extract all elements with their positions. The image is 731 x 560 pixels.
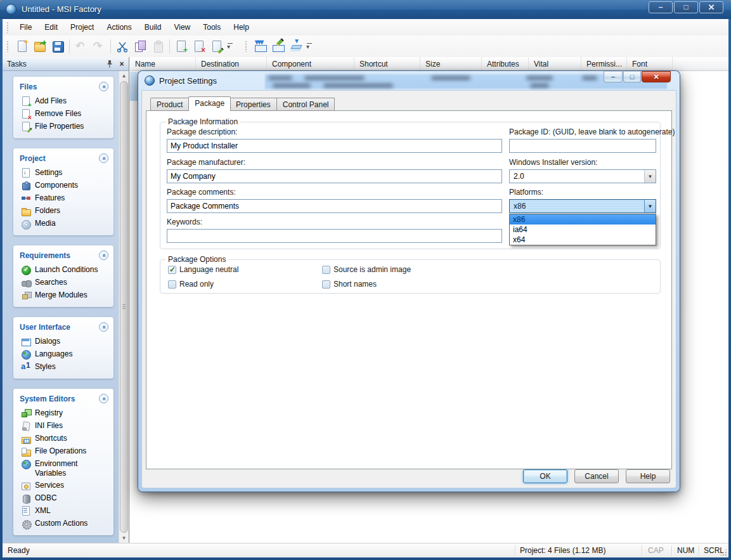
column-name[interactable]: Name	[130, 57, 196, 70]
package-comments-input[interactable]	[167, 199, 502, 213]
remove-file-button[interactable]: ×	[190, 37, 208, 55]
dialog-maximize-button[interactable]: □	[623, 71, 641, 82]
package-description-input[interactable]	[167, 139, 502, 153]
toolbar-overflow-button[interactable]	[227, 41, 235, 55]
task-shortcuts[interactable]: Shortcuts	[20, 433, 108, 445]
source-admin-image-checkbox[interactable]	[322, 266, 330, 274]
scrollbar-thumb[interactable]	[120, 81, 128, 533]
maximize-button[interactable]: □	[674, 1, 698, 13]
task-add-files[interactable]: +Add Files	[20, 95, 108, 108]
undo-button[interactable]	[72, 37, 90, 55]
task-features[interactable]: Features	[20, 192, 108, 205]
task-environment-variables[interactable]: Environment Variables	[20, 458, 108, 479]
column-attributes[interactable]: Attributes	[482, 57, 529, 70]
tab-control-panel[interactable]: Control Panel	[277, 98, 335, 111]
scroll-down-icon[interactable]: ▼	[119, 533, 129, 543]
task-languages[interactable]: Languages	[20, 348, 108, 361]
column-component[interactable]: Component	[267, 57, 354, 70]
dialog-close-button[interactable]: ✕	[642, 71, 671, 82]
platforms-option-x64[interactable]: x64	[510, 235, 656, 245]
ok-button[interactable]: OK	[523, 469, 567, 483]
menu-build[interactable]: Build	[138, 20, 168, 34]
minimize-button[interactable]: –	[649, 1, 673, 13]
column-shortcut[interactable]: Shortcut	[354, 57, 420, 70]
paste-button[interactable]	[149, 37, 167, 55]
open-project-button[interactable]	[31, 37, 49, 55]
save-button[interactable]	[49, 37, 67, 55]
tab-package[interactable]: Package	[188, 96, 231, 111]
cancel-button[interactable]: Cancel	[574, 469, 619, 483]
menu-file[interactable]: File	[13, 20, 38, 34]
source-admin-image-checkbox-row[interactable]: Source is admin image	[322, 265, 411, 274]
menu-tools[interactable]: Tools	[197, 20, 227, 34]
task-file-operations[interactable]: File Operations	[20, 445, 108, 458]
build-layers-button[interactable]	[287, 37, 305, 55]
installer-version-combobox[interactable]: 2.0 ▼	[509, 169, 656, 183]
menu-help[interactable]: Help	[227, 20, 256, 34]
collapse-chevron-icon[interactable]: «	[99, 394, 108, 403]
package-manufacturer-input[interactable]	[167, 169, 502, 183]
task-media[interactable]: Media	[20, 218, 108, 230]
collapse-chevron-icon[interactable]: «	[99, 322, 108, 332]
column-destination[interactable]: Destination	[196, 57, 267, 70]
dialog-minimize-button[interactable]: –	[604, 71, 623, 82]
platforms-option-x86[interactable]: x86	[510, 214, 656, 225]
task-file-properties[interactable]: File Properties	[20, 120, 108, 133]
pin-icon[interactable]	[105, 59, 115, 69]
column-size[interactable]: Size	[420, 57, 482, 70]
cut-button[interactable]	[113, 37, 131, 55]
read-only-checkbox-row[interactable]: Read only	[168, 280, 214, 289]
dialog-titlebar[interactable]: Project Settings	[138, 71, 680, 90]
edit-file-button[interactable]	[208, 37, 226, 55]
column-font[interactable]: Font	[627, 57, 673, 70]
task-custom-actions[interactable]: Custom Actions	[20, 518, 108, 530]
task-merge-modules[interactable]: Merge Modules	[20, 289, 108, 302]
task-ini-files[interactable]: INI Files	[20, 420, 108, 433]
collapse-chevron-icon[interactable]: «	[99, 82, 108, 91]
toolbar-overflow-button[interactable]	[306, 41, 314, 55]
task-services[interactable]: Services	[20, 479, 108, 492]
new-document-button[interactable]	[13, 37, 31, 55]
read-only-checkbox[interactable]	[168, 280, 176, 289]
add-file-button[interactable]: +	[172, 37, 190, 55]
column-vital[interactable]: Vital	[529, 57, 581, 70]
task-styles[interactable]: Styles	[20, 361, 108, 374]
task-settings[interactable]: Settings	[20, 167, 108, 179]
help-button[interactable]: Help	[626, 469, 670, 483]
scroll-up-icon[interactable]: ▲	[119, 71, 129, 81]
task-launch-conditions[interactable]: Launch Conditions	[20, 264, 108, 277]
task-odbc[interactable]: ODBC	[20, 492, 108, 505]
menu-project[interactable]: Project	[64, 20, 100, 34]
language-neutral-checkbox[interactable]	[168, 266, 176, 274]
menu-edit[interactable]: Edit	[38, 20, 64, 34]
titlebar[interactable]: Untitled - MSI Factory – □ ✕	[0, 0, 731, 19]
task-xml[interactable]: XML	[20, 505, 108, 518]
task-registry[interactable]: Registry	[20, 407, 108, 420]
menu-actions[interactable]: Actions	[100, 20, 138, 34]
sidebar-scrollbar[interactable]: ▲ ▼	[119, 71, 129, 543]
task-dialogs[interactable]: Dialogs	[20, 335, 108, 348]
short-names-checkbox[interactable]	[322, 280, 330, 289]
task-searches[interactable]: Searches	[20, 277, 108, 289]
copy-button[interactable]	[131, 37, 149, 55]
redo-button[interactable]	[90, 37, 108, 55]
collapse-chevron-icon[interactable]: «	[99, 251, 108, 260]
chevron-down-icon[interactable]: ▼	[644, 200, 656, 212]
task-folders[interactable]: Folders	[20, 205, 108, 218]
short-names-checkbox-row[interactable]: Short names	[322, 280, 377, 289]
tab-properties[interactable]: Properties	[230, 98, 277, 111]
tab-product[interactable]: Product	[150, 98, 189, 111]
platforms-combobox[interactable]: x86 ▼	[509, 199, 656, 213]
task-remove-files[interactable]: ×Remove Files	[20, 108, 108, 120]
close-button[interactable]: ✕	[699, 1, 723, 13]
menu-view[interactable]: View	[167, 20, 197, 34]
collapse-chevron-icon[interactable]: «	[99, 153, 108, 163]
package-id-input[interactable]	[509, 139, 656, 153]
platforms-option-ia64[interactable]: ia64	[510, 225, 656, 235]
language-neutral-checkbox-row[interactable]: Language neutral	[168, 265, 238, 274]
task-components[interactable]: Components	[20, 179, 108, 192]
close-panel-icon[interactable]: ×	[117, 59, 127, 69]
column-permissions[interactable]: Permissi...	[581, 57, 627, 70]
keywords-input[interactable]	[167, 229, 502, 243]
insert-fields-button[interactable]	[252, 37, 269, 55]
